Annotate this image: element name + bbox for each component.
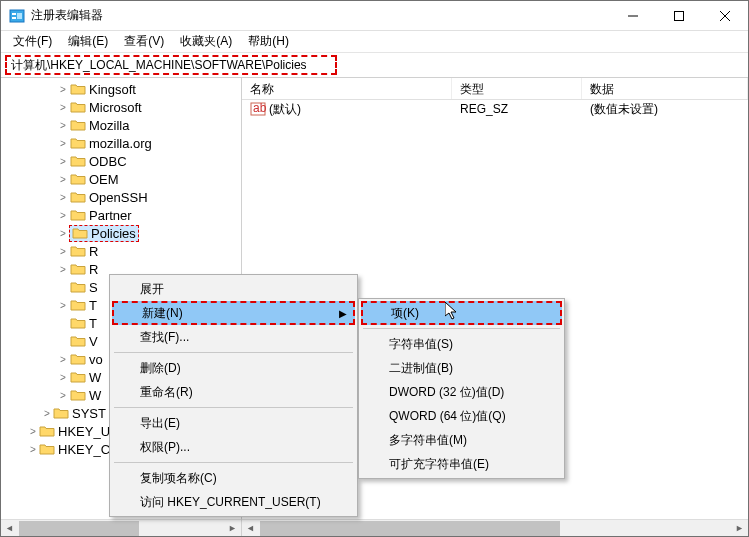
scroll-left-icon[interactable]: ◄: [242, 520, 259, 536]
expand-icon[interactable]: >: [57, 372, 69, 383]
scroll-right-icon[interactable]: ►: [224, 520, 241, 536]
ctx-item[interactable]: 多字符串值(M): [361, 428, 562, 452]
tree-item[interactable]: >mozilla.org: [1, 134, 241, 152]
expand-icon[interactable]: >: [57, 228, 69, 239]
ctx-item[interactable]: 删除(D): [112, 356, 355, 380]
tree-item[interactable]: >Microsoft: [1, 98, 241, 116]
expand-icon[interactable]: >: [57, 246, 69, 257]
tree-item[interactable]: >Partner: [1, 206, 241, 224]
tree-item[interactable]: >Mozilla: [1, 116, 241, 134]
expand-icon[interactable]: >: [57, 174, 69, 185]
ctx-item[interactable]: 复制项名称(C): [112, 466, 355, 490]
col-header-type[interactable]: 类型: [452, 78, 582, 99]
tree-item[interactable]: >OpenSSH: [1, 188, 241, 206]
folder-icon: [70, 154, 86, 168]
ctx-item[interactable]: QWORD (64 位)值(Q): [361, 404, 562, 428]
ctx-item-label: 重命名(R): [140, 384, 193, 401]
ctx-item[interactable]: 项(K): [361, 301, 562, 325]
tree-item-label: T: [89, 298, 97, 313]
list-scrollbar-h[interactable]: ◄ ►: [242, 519, 748, 536]
tree-item[interactable]: >Policies: [1, 224, 241, 242]
folder-icon: [70, 172, 86, 186]
scroll-left-icon[interactable]: ◄: [1, 520, 18, 536]
expand-icon[interactable]: >: [27, 426, 39, 437]
expand-icon[interactable]: >: [57, 354, 69, 365]
expand-icon[interactable]: >: [57, 300, 69, 311]
folder-icon: [70, 352, 86, 366]
ctx-item[interactable]: 可扩充字符串值(E): [361, 452, 562, 476]
expand-icon[interactable]: >: [57, 138, 69, 149]
svg-text:ab: ab: [253, 102, 266, 115]
tree-item-label: ODBC: [89, 154, 127, 169]
ctx-item[interactable]: 查找(F)...: [112, 325, 355, 349]
svg-rect-2: [12, 17, 16, 19]
ctx-item[interactable]: 二进制值(B): [361, 356, 562, 380]
value-name: (默认): [269, 101, 301, 118]
ctx-item-label: 字符串值(S): [389, 336, 453, 353]
tree-item-label: OpenSSH: [89, 190, 148, 205]
expand-icon[interactable]: >: [57, 84, 69, 95]
ctx-item[interactable]: 重命名(R): [112, 380, 355, 404]
ctx-item-label: 导出(E): [140, 415, 180, 432]
ctx-item-label: 项(K): [391, 305, 419, 322]
menu-view[interactable]: 查看(V): [116, 31, 172, 52]
scrollbar-thumb[interactable]: [260, 521, 560, 536]
tree-item-label: mozilla.org: [89, 136, 152, 151]
scroll-right-icon[interactable]: ►: [731, 520, 748, 536]
expand-icon[interactable]: >: [57, 192, 69, 203]
minimize-button[interactable]: [610, 1, 656, 31]
address-input[interactable]: 计算机\HKEY_LOCAL_MACHINE\SOFTWARE\Policies: [5, 55, 337, 75]
list-row[interactable]: ab (默认) REG_SZ (数值未设置): [242, 100, 748, 118]
folder-icon: [70, 370, 86, 384]
col-header-data[interactable]: 数据: [582, 78, 748, 99]
folder-icon: [53, 406, 69, 420]
ctx-item[interactable]: 导出(E): [112, 411, 355, 435]
ctx-item-label: DWORD (32 位)值(D): [389, 384, 504, 401]
svg-rect-1: [12, 13, 16, 15]
col-header-name[interactable]: 名称: [242, 78, 452, 99]
ctx-item[interactable]: 展开: [112, 277, 355, 301]
folder-icon: [70, 316, 86, 330]
tree-scrollbar-h[interactable]: ◄ ►: [1, 519, 241, 536]
menu-favorites[interactable]: 收藏夹(A): [172, 31, 240, 52]
folder-icon: [39, 442, 55, 456]
tree-item[interactable]: >R: [1, 242, 241, 260]
ctx-item[interactable]: 新建(N)▶: [112, 301, 355, 325]
expand-icon[interactable]: >: [57, 120, 69, 131]
tree-item[interactable]: >ODBC: [1, 152, 241, 170]
tree-item[interactable]: >Kingsoft: [1, 80, 241, 98]
expand-icon[interactable]: >: [41, 408, 53, 419]
expand-icon[interactable]: >: [57, 210, 69, 221]
menu-help[interactable]: 帮助(H): [240, 31, 297, 52]
ctx-item-label: 删除(D): [140, 360, 181, 377]
menu-edit[interactable]: 编辑(E): [60, 31, 116, 52]
scrollbar-thumb[interactable]: [19, 521, 139, 536]
tree-item-label: R: [89, 244, 98, 259]
expand-icon[interactable]: >: [57, 156, 69, 167]
svg-rect-3: [17, 13, 22, 19]
tree-item-label: W: [89, 370, 101, 385]
menubar: 文件(F) 编辑(E) 查看(V) 收藏夹(A) 帮助(H): [1, 31, 748, 53]
submenu-arrow-icon: ▶: [339, 308, 347, 319]
ctx-item[interactable]: 权限(P)...: [112, 435, 355, 459]
string-value-icon: ab: [250, 102, 266, 116]
expand-icon[interactable]: >: [57, 264, 69, 275]
ctx-item-label: 复制项名称(C): [140, 470, 217, 487]
menu-file[interactable]: 文件(F): [5, 31, 60, 52]
expand-icon[interactable]: >: [27, 444, 39, 455]
expand-icon[interactable]: >: [57, 390, 69, 401]
maximize-button[interactable]: [656, 1, 702, 31]
menu-separator: [114, 407, 353, 408]
tree-item-label: S: [89, 280, 98, 295]
folder-icon: [70, 100, 86, 114]
ctx-item[interactable]: 字符串值(S): [361, 332, 562, 356]
close-button[interactable]: [702, 1, 748, 31]
ctx-item[interactable]: 访问 HKEY_CURRENT_USER(T): [112, 490, 355, 514]
folder-icon: [70, 208, 86, 222]
expand-icon[interactable]: >: [57, 102, 69, 113]
folder-icon: [70, 334, 86, 348]
tree-item[interactable]: >OEM: [1, 170, 241, 188]
ctx-item[interactable]: DWORD (32 位)值(D): [361, 380, 562, 404]
tree-item-label: W: [89, 388, 101, 403]
tree-item-label: SYST: [72, 406, 106, 421]
